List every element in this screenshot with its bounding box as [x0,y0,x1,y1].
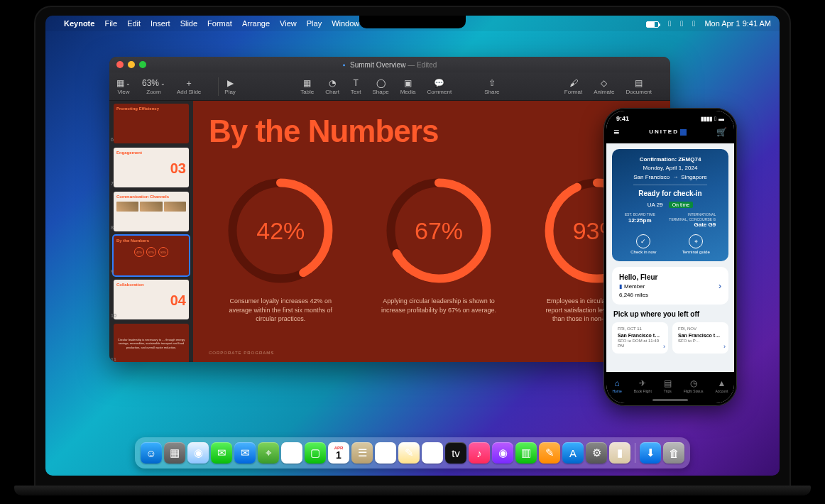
table-button[interactable]: ▦Table [300,77,314,95]
signal-icon: ▮▮▮▮ [701,116,712,122]
format-button[interactable]: 🖌Format [564,77,582,95]
tab-trips[interactable]: ▤Trips [664,378,672,393]
greeting: Hello, Fleur [619,273,657,283]
dock-finder[interactable]: ☺ [141,442,162,464]
menu-view[interactable]: View [280,19,297,28]
media-button[interactable]: ▣Media [400,77,416,95]
dock-contacts[interactable]: ☰ [351,442,373,464]
board-time: EST. BOARD TIME12:25pm [625,212,655,229]
menubar-app-name[interactable]: Keynote [64,19,94,28]
text-button[interactable]: TText [351,77,361,95]
slide-footer: CORPORATE PROGRAMS [209,351,274,355]
slide-canvas[interactable]: By the Numbers 42%Consumer loyalty incre… [193,101,670,362]
dock-photos[interactable]: ✿ [281,442,302,464]
dock-downloads[interactable]: ⬇ [640,442,661,464]
cart-icon[interactable]: 🛒 [716,127,727,137]
dock-reminders[interactable]: ☰ [375,442,396,464]
donut-chart-row: 42%Consumer loyalty increases 42% on ave… [223,177,655,324]
dock-appstore[interactable]: A [562,442,584,464]
menu-play[interactable]: Play [307,19,322,28]
dock-notes[interactable]: ✎ [398,442,420,464]
wifi-icon[interactable]: 􀙇 [668,19,671,28]
checkin-button[interactable]: ✓Check in now [630,234,656,254]
animate-button[interactable]: ◇Animate [594,77,614,95]
dock-tv[interactable]: tv [445,442,466,464]
dock-maps[interactable]: ⌖ [258,442,279,464]
minimize-button[interactable] [128,61,135,68]
slide-navigator[interactable]: 6Promoting Efficiency7Engagement038Commu… [109,101,193,362]
hamburger-icon[interactable]: ≡ [613,126,619,138]
slide-thumb-7[interactable]: 7Engagement03 [114,148,189,187]
close-button[interactable] [116,61,124,68]
window-titlebar[interactable]: ▪ Summit Overview — Edited [109,57,670,72]
menubar-datetime[interactable]: Mon Apr 1 9:41 AM [704,19,771,28]
member-tier: Member [619,283,657,290]
dock-music[interactable]: ♪ [469,442,490,464]
document-button[interactable]: ▤Document [626,77,652,95]
tab-account[interactable]: ▲Account [715,378,728,393]
macos-dock: ☺▦◉✉✉⌖✿▢APR1☰☰✎✎tv♪◉▥✎A⚙▮⬇🗑 [135,437,690,469]
menu-insert[interactable]: Insert [151,19,170,28]
dock-iphone-mirror[interactable]: ▮ [609,442,630,464]
menu-arrange[interactable]: Arrange [242,19,270,28]
menu-format[interactable]: Format [207,19,232,28]
donut-value: 67% [386,177,492,284]
document-icon: ▪ [343,61,346,69]
battery-icon[interactable] [646,21,659,28]
donut-caption: Consumer loyalty increases 42% on averag… [223,297,339,324]
chevron-right-icon: › [663,343,665,351]
laptop-frame: Keynote FileEditInsertSlideFormatArrange… [35,7,790,490]
shape-button[interactable]: ◯Shape [373,77,389,95]
dock-facetime[interactable]: ▢ [305,442,326,464]
flight-card[interactable]: Confirmation: ZEMQ74 Monday, April 1, 20… [612,149,728,261]
user-card[interactable]: Hello, Fleur Member 6,246 miles › [612,267,728,304]
slide-thumb-6[interactable]: 6Promoting Efficiency [114,104,189,143]
menu-edit[interactable]: Edit [127,19,141,28]
play-button[interactable]: ▶Play [224,77,236,95]
search-icon[interactable]: 􀊫 [680,19,683,28]
slide-thumb-8[interactable]: 8Communication Channels [114,192,189,231]
donut-0: 42%Consumer loyalty increases 42% on ave… [223,177,339,324]
comment-button[interactable]: 💬Comment [427,77,452,95]
iphone-dynamic-island [649,115,692,125]
gate-info: INTERNATIONALTERMINAL, CONCOURSE GGate G… [669,212,716,229]
control-center-icon[interactable]: 􀜊 [692,19,695,28]
app-main[interactable]: Confirmation: ZEMQ74 Monday, April 1, 20… [606,143,734,372]
flight-number-row: UA 29 On time [618,202,723,208]
flight-route[interactable]: San Francisco→Singapore [633,174,707,185]
tab-book-flight[interactable]: ✈Book Flight [634,378,652,393]
slide-thumb-9[interactable]: 9By the Numbers42%67%93% [114,236,189,275]
menu-window[interactable]: Window [332,19,359,28]
slide-thumb-11[interactable]: 11Circular leadership is necessary to … … [114,324,189,362]
dock-settings[interactable]: ⚙ [586,442,607,464]
dock-messages[interactable]: ✉ [211,442,232,464]
tab-home[interactable]: ⌂Home [612,378,621,393]
tab-flight-status[interactable]: ◷Flight Status [684,378,704,393]
share-button[interactable]: ⇧Share [484,77,499,95]
dock-podcasts[interactable]: ◉ [492,442,513,464]
trip-card-1[interactable]: FRI, NOVSan Francisco to P…SFO to P…› [672,322,728,354]
chart-button[interactable]: ◔Chart [325,77,339,95]
dock-mail[interactable]: ✉ [234,442,256,464]
zoom-button[interactable]: 63%⌄Zoom [142,77,165,95]
add-slide-button[interactable]: ＋Add Slide [177,77,201,95]
dock-launchpad[interactable]: ▦ [164,442,185,464]
trip-card-0[interactable]: FRI, OCT 11San Francisco to DominicaSFO … [612,322,668,354]
terminal-guide-button[interactable]: ⌖Terminal guide [682,234,710,254]
flight-actions: ✓Check in now ⌖Terminal guide [618,234,723,254]
view-button[interactable]: ▦⌄View [116,77,131,95]
iphone-mirror-window[interactable]: 9:41 ▮▮▮▮􀙇▬ ≡ UNITED 🛒 Confirmation: ZEM… [603,108,737,406]
menu-slide[interactable]: Slide [180,19,197,28]
dock-trash[interactable]: 🗑 [663,442,684,464]
window-controls [109,61,146,68]
slide-thumb-10[interactable]: 10Collaboration04 [114,280,189,319]
menu-file[interactable]: File [104,19,117,28]
dock-calendar[interactable]: APR1 [328,442,349,464]
united-logo: UNITED [649,128,687,135]
fullscreen-button[interactable] [139,61,146,68]
dock-freeform[interactable]: ✎ [422,442,443,464]
keynote-window: ▪ Summit Overview — Edited ▦⌄View 63%⌄Zo… [109,57,670,362]
dock-safari[interactable]: ◉ [187,442,209,464]
dock-pages[interactable]: ✎ [539,442,560,464]
dock-numbers[interactable]: ▥ [515,442,537,464]
